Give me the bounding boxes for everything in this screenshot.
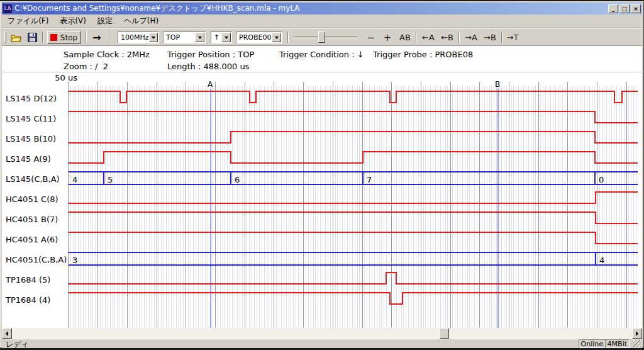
- bus-value: 6: [235, 175, 240, 184]
- bus-value: 4: [72, 175, 77, 184]
- zoom-in-button[interactable]: +: [380, 31, 394, 44]
- trigger-position-select[interactable]: TOP: [163, 31, 206, 43]
- channel-label: HC4051 C(8): [6, 195, 67, 204]
- menu-help[interactable]: ヘルプ(H): [118, 14, 164, 28]
- open-folder-icon: [11, 33, 22, 42]
- scrollbar-thumb[interactable]: [440, 328, 449, 339]
- app-window: LA C:¥Documents and Settings¥noname¥デスクト…: [0, 1, 644, 348]
- trigger-probe-info: Trigger Probe : PROBE08: [373, 50, 473, 59]
- menu-file[interactable]: ファイル(F): [2, 14, 54, 28]
- toolbar: Stop → 100MHz TOP ↑ PROBE00 − + AB: [2, 28, 642, 45]
- channel-label: HC4051 A(6): [6, 235, 67, 244]
- goto-trigger-icon: →T: [507, 33, 519, 42]
- toolbar-grip[interactable]: [4, 31, 6, 43]
- trigger-condition-info: Trigger Condition : ↓: [279, 50, 364, 59]
- marker-b-label[interactable]: B: [495, 80, 500, 89]
- status-text: レディ: [6, 339, 29, 350]
- zoom-out-button[interactable]: −: [364, 31, 378, 44]
- save-button[interactable]: [25, 31, 39, 44]
- stop-icon: [50, 34, 57, 41]
- stop-button[interactable]: Stop: [47, 31, 80, 44]
- stop-label: Stop: [60, 33, 77, 42]
- toolbar-separator: [501, 31, 502, 43]
- trigger-probe-value: PROBE00: [236, 33, 272, 42]
- channel-label: HC4051 B(7): [6, 215, 67, 224]
- time-scale-label: 50 us: [2, 73, 77, 82]
- zoom-slider-thumb[interactable]: [318, 31, 325, 43]
- online-status-badge: Online: [579, 339, 606, 348]
- maximize-button[interactable]: □: [619, 4, 630, 13]
- bus-value: 3: [72, 256, 77, 265]
- toolbar-separator: [287, 31, 289, 43]
- channel-label: HC4051(C,B,A): [6, 255, 67, 264]
- menu-view[interactable]: 表示(V): [54, 14, 92, 28]
- save-floppy-icon: [28, 33, 37, 42]
- status-bar: レディ Online 4MBit: [2, 339, 642, 348]
- channel-label: TP1684 (4): [6, 295, 67, 305]
- scroll-right-button[interactable]: [632, 328, 642, 339]
- close-button[interactable]: ×: [631, 4, 641, 13]
- memory-size-badge: 4MBit: [605, 339, 630, 348]
- length-info: Length : 488.000 us: [167, 62, 249, 71]
- minimize-button[interactable]: _: [608, 4, 618, 13]
- toolbar-separator: [416, 31, 417, 43]
- open-file-button[interactable]: [9, 31, 23, 44]
- set-a-icon: →A: [465, 33, 477, 42]
- ab-label: AB: [399, 33, 411, 42]
- set-marker-a-button[interactable]: →A: [462, 31, 480, 44]
- run-button[interactable]: →: [89, 31, 105, 44]
- sample-clock-value: 100MHz: [118, 33, 149, 42]
- waveform-client-area: Sample Clock : 2MHz Trigger Position : T…: [2, 45, 642, 328]
- scroll-left-button[interactable]: [2, 328, 12, 339]
- app-icon: LA: [3, 4, 12, 13]
- goto-b-icon: ←B: [441, 33, 453, 42]
- toolbar-separator: [86, 31, 87, 43]
- set-b-icon: →B: [484, 33, 496, 42]
- sample-clock-info: Sample Clock : 2MHz: [64, 50, 150, 59]
- menu-settings[interactable]: 設定: [92, 14, 118, 28]
- toolbar-separator: [42, 31, 43, 43]
- bus-value: 7: [367, 175, 372, 184]
- trigger-edge-select[interactable]: ↑: [211, 31, 232, 43]
- goto-a-icon: ←A: [422, 33, 435, 42]
- bus-value: 0: [599, 175, 604, 184]
- chevron-down-icon[interactable]: [272, 33, 281, 42]
- run-arrow-icon: →: [92, 31, 101, 43]
- trigger-position-value: TOP: [164, 33, 195, 42]
- set-marker-b-button[interactable]: →B: [481, 31, 499, 44]
- zoom-slider-track[interactable]: [294, 37, 358, 38]
- toolbar-separator: [109, 31, 110, 43]
- minus-icon: −: [367, 32, 375, 43]
- trigger-edge-value: ↑: [211, 33, 221, 42]
- horizontal-scrollbar[interactable]: [2, 328, 642, 339]
- chevron-down-icon[interactable]: [149, 33, 158, 42]
- channel-label: LS145(C,B,A): [6, 174, 67, 184]
- trigger-position-info: Trigger Position : TOP: [167, 50, 254, 59]
- channel-label: LS145 B(10): [6, 134, 67, 144]
- zoom-info: Zoom : / 2: [64, 62, 108, 71]
- bus-value: 5: [108, 175, 113, 184]
- trigger-probe-select[interactable]: PROBE00: [236, 31, 282, 43]
- waveform-svg: 4567034: [69, 82, 638, 329]
- chevron-down-icon[interactable]: [221, 33, 231, 42]
- channel-label: LS145 C(11): [6, 114, 67, 123]
- resize-grip-icon[interactable]: [633, 340, 641, 347]
- toolbar-separator: [458, 31, 460, 43]
- bus-value: 4: [599, 256, 604, 265]
- goto-marker-a-button[interactable]: ←A: [419, 31, 437, 44]
- marker-a-label[interactable]: A: [208, 80, 213, 89]
- waveform-plot[interactable]: 4567034: [68, 82, 637, 329]
- chevron-down-icon[interactable]: [195, 33, 204, 42]
- menu-bar: ファイル(F) 表示(V) 設定 ヘルプ(H): [2, 15, 642, 28]
- ab-range-button[interactable]: AB: [397, 31, 413, 44]
- title-bar[interactable]: LA C:¥Documents and Settings¥noname¥デスクト…: [2, 3, 642, 14]
- channel-label: LS145 D(12): [6, 94, 67, 103]
- plus-icon: +: [384, 32, 392, 43]
- channel-label: LS145 A(9): [6, 154, 67, 164]
- goto-marker-b-button[interactable]: ←B: [438, 31, 456, 44]
- channel-label: TP1684 (5): [6, 275, 67, 285]
- window-title: C:¥Documents and Settings¥noname¥デスクトップ¥…: [14, 3, 607, 14]
- goto-trigger-button[interactable]: →T: [504, 31, 521, 44]
- sample-clock-select[interactable]: 100MHz: [118, 31, 159, 43]
- separator: [2, 72, 642, 72]
